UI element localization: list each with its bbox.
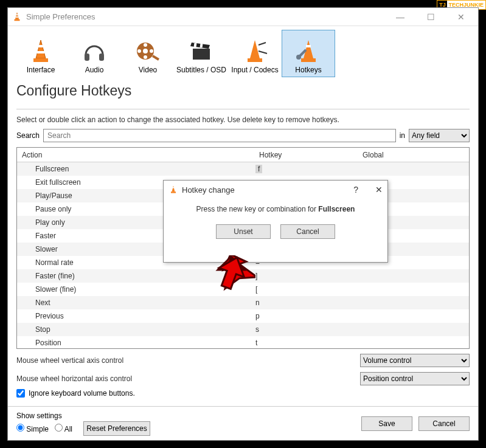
search-label: Search [16,131,40,140]
svg-rect-18 [194,43,197,47]
svg-rect-24 [306,45,311,47]
wheel-vertical-select[interactable]: Volume control [360,354,470,367]
svg-rect-3 [16,16,19,18]
svg-rect-2 [16,14,18,15]
action-cell: Stop [17,325,254,334]
dialog-help-button[interactable]: ? [353,185,358,195]
column-action[interactable]: Action [17,151,254,159]
dialog-title: Hotkey change [182,185,235,195]
hotkey-cell: s [254,325,358,334]
wheel-horizontal-select[interactable]: Position control [360,372,470,385]
table-row[interactable]: Positiont [17,336,469,349]
category-label: Audio [85,66,104,74]
svg-rect-7 [37,51,44,53]
svg-marker-26 [172,186,175,192]
minimize-button[interactable]: — [391,12,410,22]
svg-rect-1 [15,19,20,21]
hotkey-cell: ] [254,272,358,280]
svg-point-11 [143,49,148,53]
show-settings-label: Show settings [16,412,150,420]
action-cell: Slower (fine) [17,285,254,294]
dialog-prompt-target: Fullscreen [318,205,355,213]
category-label: Subtitles / OSD [176,66,226,74]
column-hotkey[interactable]: Hotkey [254,151,358,159]
category-audio[interactable]: Audio [68,30,121,77]
svg-point-15 [137,49,141,53]
svg-rect-21 [248,58,262,62]
action-cell: Position [17,339,254,347]
cone-wrench-icon [294,36,323,66]
category-input-codecs[interactable]: Input / Codecs [228,30,282,77]
svg-point-12 [144,43,147,47]
close-button[interactable]: ✕ [451,12,471,22]
instruction-text: Select or double click an action to chan… [8,109,478,129]
hotkey-cell: p [254,312,358,320]
action-cell: Previous [17,312,254,320]
svg-rect-9 [99,53,104,61]
search-input[interactable] [43,129,396,142]
category-subtitles[interactable]: Subtitles / OSD [175,30,228,77]
svg-rect-27 [171,191,176,193]
search-field-select[interactable]: Any field [409,129,470,142]
film-reel-icon [133,36,162,66]
column-global[interactable]: Global [358,151,469,159]
category-label: Input / Codecs [231,66,278,74]
hotkey-cell: n [254,298,358,307]
unset-button[interactable]: Unset [216,224,271,239]
save-button[interactable]: Save [361,416,412,431]
table-header: Action Hotkey Global [17,148,469,162]
action-cell: Next [17,298,254,307]
radio-simple[interactable]: Simple [16,424,49,433]
hotkey-cell: f [254,165,358,173]
svg-marker-4 [36,40,46,58]
svg-marker-0 [15,12,18,19]
headphones-icon [80,36,109,66]
table-row[interactable]: Slower (fine)[ [17,283,469,296]
svg-point-13 [150,49,153,53]
svg-rect-23 [301,58,316,62]
svg-rect-19 [200,44,203,47]
ignore-kb-volume-label: Ignore keyboard volume buttons. [29,389,135,398]
dialog-titlebar: Hotkey change ? ✕ [164,181,387,199]
svg-rect-16 [193,49,210,60]
category-hotkeys[interactable]: Hotkeys [282,30,335,77]
titlebar: Simple Preferences — ☐ ✕ [8,8,478,26]
hotkey-change-dialog: Hotkey change ? ✕ Press the new key or c… [163,180,388,263]
hotkey-cell: t [254,339,358,347]
page-title: Configure Hotkeys [8,78,478,105]
ignore-kb-volume-checkbox[interactable] [16,389,25,398]
dialog-cancel-button[interactable]: Cancel [280,224,335,239]
clapperboard-icon [187,36,216,66]
table-row[interactable]: Previousp [17,309,469,323]
svg-point-14 [144,55,147,59]
cancel-button[interactable]: Cancel [418,416,470,431]
footer: Show settings Simple All Reset Preferenc… [8,406,478,440]
action-cell: Faster (fine) [17,272,254,280]
svg-point-25 [296,55,301,60]
cone-codec-icon [240,36,269,66]
table-row[interactable]: Fullscreenf [17,162,469,176]
hotkey-cell: [ [254,285,358,294]
vlc-cone-icon [168,185,178,195]
wheel-horizontal-label: Mouse wheel horizontal axis control [16,374,132,383]
vlc-cone-icon [12,12,23,22]
maximize-button[interactable]: ☐ [421,12,440,22]
in-label: in [400,131,405,140]
category-label: Hotkeys [295,66,321,74]
svg-rect-6 [38,45,43,47]
table-row[interactable]: Nextn [17,296,469,309]
svg-rect-8 [85,53,89,61]
reset-preferences-button[interactable]: Reset Preferences [83,421,150,436]
svg-rect-28 [173,187,175,188]
table-row[interactable]: Stops [17,323,469,336]
category-video[interactable]: Video [121,30,175,77]
category-interface[interactable]: Interface [14,30,68,77]
category-toolbar: Interface Audio Video Subtitles / OSD In… [8,26,478,78]
action-cell: Fullscreen [17,165,254,173]
table-row[interactable]: Faster (fine)] [17,269,469,283]
dialog-close-button[interactable]: ✕ [375,185,383,195]
window-title: Simple Preferences [26,12,95,21]
category-label: Video [139,66,157,74]
wheel-vertical-label: Mouse wheel vertical axis control [16,356,123,365]
radio-all[interactable]: All [55,424,72,433]
